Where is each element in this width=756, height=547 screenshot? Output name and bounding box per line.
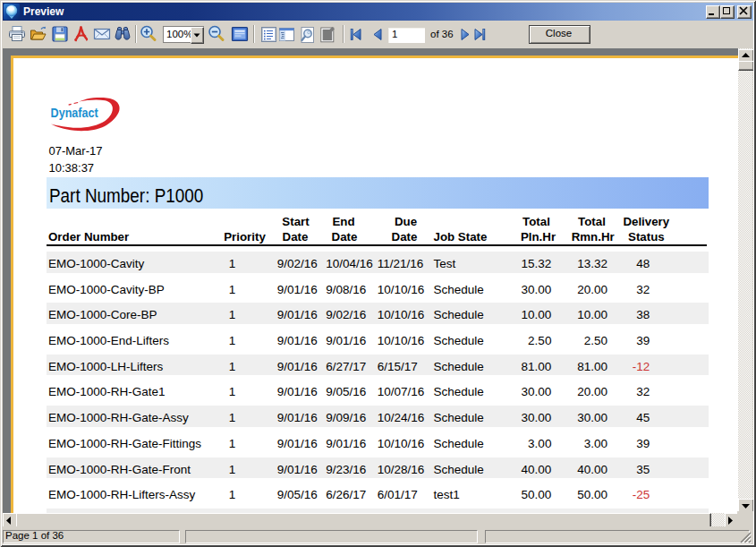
svg-text:Dynafact: Dynafact bbox=[51, 106, 99, 120]
